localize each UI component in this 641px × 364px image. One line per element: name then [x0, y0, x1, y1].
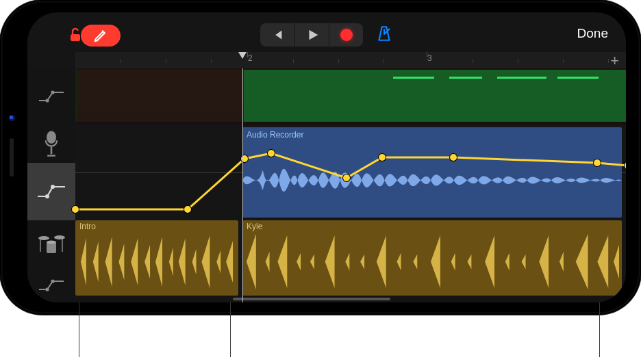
ruler-tick: 3: [427, 53, 432, 63]
callout-leader: [79, 302, 79, 357]
automation-point[interactable]: [72, 206, 79, 213]
waveform: [242, 146, 622, 214]
svg-point-9: [47, 241, 56, 244]
speaker: [10, 138, 14, 177]
play-button[interactable]: [294, 23, 329, 47]
track-header-drums[interactable]: [27, 220, 75, 268]
automation-curve-icon: [36, 183, 66, 200]
svg-point-2: [51, 90, 54, 94]
front-camera: [9, 115, 15, 121]
svg-rect-0: [71, 34, 80, 41]
svg-point-1: [45, 99, 49, 102]
audio-region[interactable]: Audio Recorder: [242, 127, 622, 218]
ruler[interactable]: 2 3 +: [75, 52, 626, 68]
drummer-region[interactable]: Intro: [75, 220, 238, 296]
automation-point[interactable]: [184, 206, 191, 213]
record-icon: [340, 29, 353, 41]
waveform: [75, 231, 238, 292]
svg-point-7: [54, 235, 65, 239]
done-button[interactable]: Done: [577, 26, 608, 41]
drumkit-icon: [37, 233, 66, 256]
svg-point-5: [51, 185, 55, 189]
track-headers: [27, 68, 75, 302]
callout-leader: [230, 302, 231, 357]
region-title: Kyle: [247, 222, 262, 231]
screen: Done 2 3 +: [27, 12, 626, 302]
automation-point[interactable]: [594, 159, 601, 166]
track-header-automation-1[interactable]: [27, 68, 75, 125]
region-title: Intro: [79, 222, 96, 231]
waveform: [242, 231, 622, 292]
automation-point[interactable]: [379, 154, 386, 161]
ruler-tick: 2: [248, 53, 253, 63]
automation-point[interactable]: [450, 154, 457, 161]
horizontal-scroll-indicator[interactable]: [233, 298, 390, 300]
add-section-button[interactable]: +: [610, 52, 619, 70]
record-button[interactable]: [329, 23, 363, 47]
track-lane-instrument[interactable]: [75, 68, 626, 125]
microphone-icon: [42, 130, 61, 157]
track-lane-drums[interactable]: Intro: [75, 220, 626, 296]
drummer-region[interactable]: Kyle: [242, 220, 622, 296]
automation-point[interactable]: [343, 174, 350, 181]
track-header-automation-3[interactable]: [27, 268, 75, 302]
edit-lock-group: [67, 25, 121, 47]
svg-point-4: [45, 194, 49, 198]
svg-point-3: [47, 131, 56, 144]
notch: [0, 96, 25, 219]
transport-controls: [260, 23, 393, 47]
svg-point-10: [45, 287, 49, 291]
automation-edit-button[interactable]: [81, 25, 121, 47]
midi-region[interactable]: [75, 70, 242, 122]
automation-curve-icon: [38, 88, 65, 105]
metronome-button[interactable]: [375, 25, 393, 46]
tracks-area: Audio Recorder Intro: [27, 68, 626, 302]
midi-region[interactable]: [242, 70, 626, 122]
top-toolbar: Done: [27, 16, 626, 48]
callout-leader: [599, 302, 600, 357]
automation-curve-icon: [38, 277, 65, 294]
automation-point[interactable]: [268, 150, 275, 157]
region-title: Audio Recorder: [247, 130, 303, 140]
go-to-beginning-button[interactable]: [260, 23, 294, 47]
track-lane-audio[interactable]: Audio Recorder: [75, 125, 626, 220]
track-header-mic[interactable]: [27, 125, 75, 163]
svg-point-11: [51, 279, 54, 283]
device-frame: Done 2 3 +: [0, 0, 641, 315]
unlock-icon[interactable]: [67, 27, 85, 44]
track-header-automation-selected[interactable]: [27, 163, 75, 220]
playhead[interactable]: [242, 68, 243, 302]
